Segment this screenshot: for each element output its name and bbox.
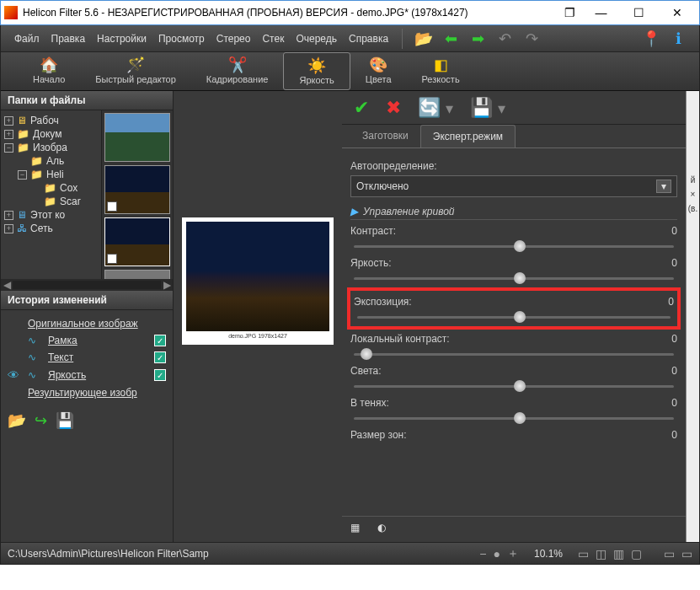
shadows-slider[interactable]: [350, 410, 677, 426]
nav-forward-icon[interactable]: ➡: [468, 30, 487, 48]
layout-grid-icon[interactable]: ▥: [613, 547, 624, 560]
tab-crop[interactable]: ✂️Кадрирование: [191, 52, 284, 90]
tree-scar[interactable]: Scar: [60, 196, 81, 207]
preview-area[interactable]: demo.JPG 1978x1427: [174, 91, 342, 542]
open-folder-icon[interactable]: 📂: [414, 30, 433, 48]
history-frame[interactable]: Рамка: [48, 335, 147, 346]
zoom-value: 10.1%: [534, 548, 563, 560]
curve-section-header[interactable]: ▶Управление кривой: [350, 206, 677, 220]
slider-knob[interactable]: [514, 412, 526, 424]
contrast-slider[interactable]: [350, 239, 677, 254]
scroll-track[interactable]: [13, 281, 161, 289]
menu-queue[interactable]: Очередь: [291, 30, 342, 48]
collapse-icon[interactable]: −: [18, 170, 27, 180]
tab-quick-editor[interactable]: 🪄Быстрый редактор: [80, 52, 191, 90]
reset-icon[interactable]: 🔄 ▾: [418, 97, 453, 119]
apply-icon[interactable]: ✔: [354, 97, 369, 119]
menu-file[interactable]: Файл: [9, 30, 45, 48]
tree-cox[interactable]: Cox: [60, 182, 77, 194]
zoom-out-icon[interactable]: −: [479, 547, 486, 560]
right-margin-strip: й × (в.: [686, 91, 699, 542]
history-brightness[interactable]: Яркость: [48, 369, 147, 381]
history-original[interactable]: Оригинальное изображ: [28, 318, 166, 330]
slider-knob[interactable]: [514, 272, 526, 284]
history-save-icon[interactable]: 💾: [56, 411, 74, 430]
expand-icon[interactable]: +: [4, 224, 13, 233]
menu-help[interactable]: Справка: [344, 30, 393, 48]
slider-knob[interactable]: [361, 348, 372, 360]
thumbnail[interactable]: [104, 270, 170, 279]
autodetect-combo[interactable]: Отключено ▾: [350, 175, 677, 197]
folder-tree[interactable]: +🖥Рабоч +📁Докум −📁Изобра 📁Аль −📁Heli 📁Co…: [1, 110, 101, 279]
localcontrast-slider[interactable]: [350, 346, 677, 362]
history-result[interactable]: Результирующее изобр: [28, 387, 166, 399]
status-extra-icon[interactable]: ▭: [664, 547, 675, 560]
menu-settings[interactable]: Настройки: [92, 30, 152, 48]
thumbnail[interactable]: [104, 165, 170, 214]
tab-expert-mode[interactable]: Эксперт.режим: [420, 125, 516, 148]
cancel-icon[interactable]: ✖: [386, 97, 401, 119]
tree-desktop[interactable]: Рабоч: [30, 115, 59, 126]
tree-network[interactable]: Сеть: [30, 223, 53, 234]
scroll-right-icon[interactable]: ▶: [161, 279, 173, 291]
thumbnail-checkbox[interactable]: [107, 201, 117, 212]
zoom-dot-icon[interactable]: ●: [494, 547, 500, 560]
maximize-button[interactable]: ☐: [620, 1, 658, 24]
checker-icon[interactable]: ▦: [350, 522, 366, 537]
zoom-in-icon[interactable]: ＋: [507, 546, 519, 561]
expand-icon[interactable]: +: [4, 211, 13, 220]
thumbnail-selected[interactable]: [104, 217, 170, 266]
halfcircle-icon[interactable]: ◐: [377, 522, 393, 537]
window-copy-icon[interactable]: ❐: [557, 1, 582, 24]
nav-back-icon[interactable]: ⬅: [441, 30, 460, 48]
thumbnail[interactable]: [104, 113, 170, 162]
pin-icon[interactable]: 📍: [642, 30, 660, 48]
undo-icon[interactable]: ↶: [495, 30, 514, 48]
slider-knob[interactable]: [514, 311, 526, 323]
tab-brightness[interactable]: ☀️Яркость: [283, 52, 350, 90]
info-icon[interactable]: ℹ: [669, 30, 687, 48]
tree-heli[interactable]: Heli: [46, 169, 64, 180]
layout-split-icon[interactable]: ◫: [596, 547, 606, 560]
exposure-slider[interactable]: [354, 309, 674, 324]
thumbnail-checkbox[interactable]: [107, 254, 117, 264]
tree-thispc[interactable]: Этот ко: [30, 209, 65, 221]
history-checkbox[interactable]: ✓: [154, 369, 166, 381]
minimize-button[interactable]: —: [582, 1, 620, 24]
menu-view[interactable]: Просмотр: [153, 30, 210, 48]
slider-knob[interactable]: [514, 380, 526, 392]
history-text[interactable]: Текст: [48, 351, 147, 363]
history-checkbox[interactable]: ✓: [154, 351, 166, 363]
chevron-down-icon[interactable]: ▾: [656, 180, 671, 193]
folders-scrollbar[interactable]: ◀▶: [1, 279, 173, 291]
layout-full-icon[interactable]: ▢: [631, 547, 642, 560]
thumbnail-strip[interactable]: [101, 110, 173, 279]
redo-icon[interactable]: ↷: [522, 30, 541, 48]
tab-colors[interactable]: 🎨Цвета: [350, 52, 407, 90]
tree-albums[interactable]: Аль: [46, 155, 64, 167]
history-checkbox[interactable]: ✓: [154, 335, 166, 346]
highlights-slider[interactable]: [350, 378, 677, 394]
tree-pictures[interactable]: Изобра: [33, 142, 67, 153]
brightness-slider[interactable]: [350, 271, 677, 286]
slider-knob[interactable]: [514, 240, 526, 252]
image-preview[interactable]: demo.JPG 1978x1427: [182, 217, 334, 345]
menu-edit[interactable]: Правка: [46, 30, 91, 48]
menu-stereo[interactable]: Стерео: [211, 30, 256, 48]
tab-presets[interactable]: Заготовки: [350, 125, 420, 148]
history-folder-icon[interactable]: 📂: [8, 411, 26, 430]
layout-single-icon[interactable]: ▭: [578, 547, 589, 560]
scroll-left-icon[interactable]: ◀: [1, 279, 13, 291]
expand-icon[interactable]: +: [4, 130, 13, 139]
tree-documents[interactable]: Докум: [33, 128, 61, 140]
expand-icon[interactable]: +: [4, 116, 13, 126]
tab-start[interactable]: 🏠Начало: [18, 52, 80, 90]
eye-icon[interactable]: 👁: [8, 368, 21, 382]
close-button[interactable]: ✕: [658, 1, 696, 24]
history-apply-icon[interactable]: ↪: [35, 411, 47, 430]
menu-stack[interactable]: Стек: [257, 30, 289, 48]
collapse-icon[interactable]: −: [4, 143, 13, 153]
status-extra-icon[interactable]: ▭: [681, 547, 692, 560]
tab-sharpness[interactable]: ◧Резкость: [407, 52, 475, 90]
save-icon[interactable]: 💾 ▾: [470, 97, 505, 119]
